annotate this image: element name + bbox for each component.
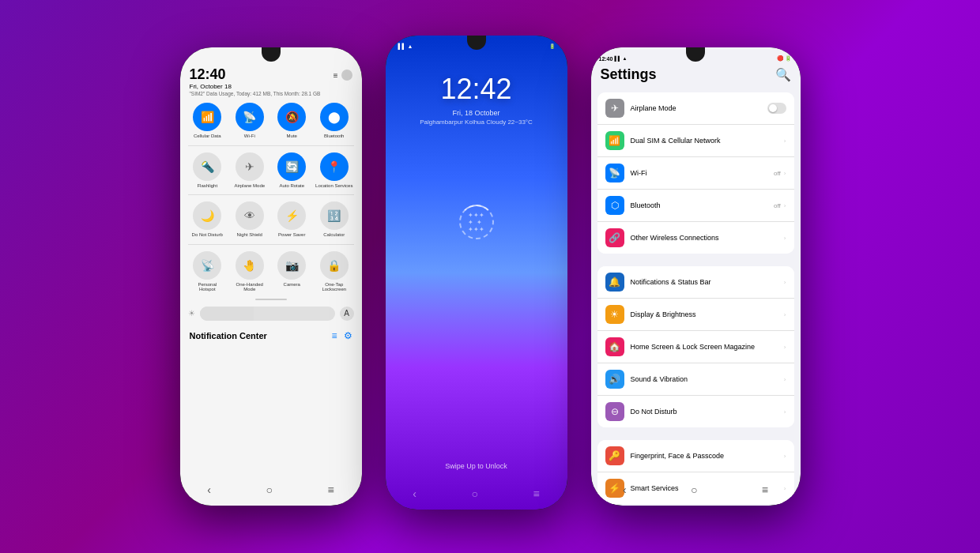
status-date: Fri, October 18 bbox=[190, 83, 352, 90]
fingerprint-area: ✦✦✦✦ ✦✦✦✦ bbox=[459, 205, 494, 239]
flashlight-label: Flashlight bbox=[197, 183, 217, 189]
location-label: Location Services bbox=[315, 183, 352, 189]
other-wireless-text: Other Wireless Connections bbox=[631, 234, 778, 242]
cc-btn-calculator[interactable]: 🔢 Calculator bbox=[315, 201, 354, 238]
camera-icon: 📷 bbox=[277, 251, 306, 280]
chevron-right-icon: › bbox=[784, 408, 786, 416]
settings-screen: 12:40 ▌▌ ▲ 🔴 🔋 Settings 🔍 ✈ Airplane Mod… bbox=[591, 47, 801, 506]
location-icon: 📍 bbox=[320, 152, 349, 181]
calculator-label: Calculator bbox=[323, 232, 345, 238]
list-icon[interactable]: ≡ bbox=[334, 71, 338, 80]
back-button[interactable]: ‹ bbox=[207, 483, 211, 496]
chevron-right-icon: › bbox=[784, 279, 786, 286]
notification-list-icon[interactable]: ≡ bbox=[331, 330, 337, 341]
chevron-right-icon: › bbox=[784, 170, 786, 177]
bottom-navigation: ‹ ○ ≡ bbox=[386, 478, 567, 510]
camera-label: Camera bbox=[284, 282, 300, 288]
cc-btn-powersaver[interactable]: ⚡ Power Saver bbox=[273, 201, 312, 238]
settings-item-display[interactable]: ☀ Display & Brightness › bbox=[597, 299, 794, 331]
signal-indicators: ▌▌ ▲ bbox=[398, 43, 413, 49]
airplane-mode-icon: ✈ bbox=[605, 99, 624, 118]
recents-button[interactable]: ≡ bbox=[328, 483, 334, 496]
settings-item-fingerprint[interactable]: 🔑 Fingerprint, Face & Passcode › bbox=[597, 440, 794, 472]
cc-btn-onehanded[interactable]: 🤚 One-HandedMode bbox=[230, 251, 270, 292]
quick-toggle-grid-row4: 📡 PersonalHotspot 🤚 One-HandedMode 📷 Cam… bbox=[180, 246, 362, 297]
airplane-mode-label: Airplane Mode bbox=[631, 104, 761, 112]
brightness-control: ☀ A bbox=[180, 302, 362, 325]
cc-btn-cellular[interactable]: 📶 Cellular Data bbox=[188, 103, 228, 139]
wifi-signal: ▲ bbox=[407, 43, 413, 49]
cc-btn-hotspot[interactable]: 📡 PersonalHotspot bbox=[188, 251, 228, 292]
other-wireless-chevron: › bbox=[784, 235, 786, 242]
chevron-right-icon: › bbox=[784, 376, 786, 383]
cc-btn-mute[interactable]: 🔕 Mute bbox=[273, 103, 312, 139]
notifications-chevron: › bbox=[784, 279, 786, 286]
settings-section-network: ✈ Airplane Mode 📶 Dual SIM & Cellular Ne… bbox=[597, 92, 794, 254]
chevron-right-icon: › bbox=[784, 344, 786, 351]
record-icon[interactable] bbox=[341, 70, 352, 81]
autorotate-icon: 🔄 bbox=[277, 152, 306, 181]
settings-item-other-wireless[interactable]: 🔗 Other Wireless Connections › bbox=[597, 222, 794, 254]
settings-item-cellular[interactable]: 📶 Dual SIM & Cellular Network › bbox=[597, 125, 794, 157]
lock-screen: ▌▌ ▲ 🔋 12:42 Fri, 18 October Palghambarp… bbox=[386, 36, 567, 510]
settings-divider2 bbox=[591, 431, 801, 437]
quick-toggle-grid-row1: 📶 Cellular Data 📡 Wi-Fi 🔕 Mute ⬤ Bluetoo… bbox=[180, 98, 362, 144]
cellular-icon: 📶 bbox=[605, 131, 624, 150]
display-label: Display & Brightness bbox=[631, 310, 778, 318]
cc-btn-dnd[interactable]: 🌙 Do Not Disturb bbox=[188, 201, 228, 238]
notification-settings-icon[interactable]: ⚙ bbox=[344, 330, 352, 341]
cc-btn-camera[interactable]: 📷 Camera bbox=[273, 251, 312, 292]
cc-btn-lockscreen[interactable]: 🔒 One-TapLockscreen bbox=[315, 251, 354, 292]
cc-btn-wifi[interactable]: 📡 Wi-Fi bbox=[230, 103, 270, 139]
chevron-right-icon: › bbox=[784, 137, 786, 145]
home-button[interactable]: ○ bbox=[266, 483, 273, 496]
sound-label: Sound & Vibration bbox=[631, 375, 778, 383]
auto-brightness-btn[interactable]: A bbox=[340, 307, 354, 321]
dnd-label: Do Not Disturb bbox=[192, 232, 223, 238]
wifi-settings-icon: 📡 bbox=[605, 164, 624, 182]
toggle-off[interactable] bbox=[767, 103, 786, 114]
cc-btn-autorotate[interactable]: 🔄 Auto Rotate bbox=[273, 152, 312, 189]
notification-center-header: Notification Center ≡ ⚙ bbox=[180, 325, 362, 346]
battery-level: 🔋 bbox=[549, 43, 555, 49]
recents-button[interactable]: ≡ bbox=[762, 483, 768, 496]
powersaver-icon: ⚡ bbox=[277, 201, 306, 230]
battery-display: 🔴 🔋 bbox=[777, 55, 793, 62]
time-display: 12:40 bbox=[599, 56, 613, 62]
settings-item-bluetooth[interactable]: ⬡ Bluetooth off › bbox=[597, 190, 794, 222]
home-button[interactable]: ○ bbox=[691, 483, 697, 496]
flashlight-icon: 🔦 bbox=[193, 152, 221, 181]
back-button[interactable]: ‹ bbox=[623, 483, 627, 496]
settings-item-sound[interactable]: 🔊 Sound & Vibration › bbox=[597, 363, 794, 396]
signal-status: 12:40 ▌▌ ▲ bbox=[599, 56, 628, 62]
weather-condition: Cloudy 22~33°C bbox=[486, 118, 533, 126]
brightness-slider[interactable] bbox=[200, 307, 335, 321]
cc-btn-flashlight[interactable]: 🔦 Flashlight bbox=[188, 152, 228, 189]
cc-btn-location[interactable]: 📍 Location Services bbox=[315, 152, 354, 189]
wifi-label: Wi-Fi bbox=[631, 169, 768, 177]
back-button[interactable]: ‹ bbox=[413, 487, 416, 500]
settings-item-airplane[interactable]: ✈ Airplane Mode bbox=[597, 92, 794, 125]
hotspot-icon: 📡 bbox=[193, 251, 221, 280]
sound-text: Sound & Vibration bbox=[631, 375, 778, 383]
cc-btn-bluetooth[interactable]: ⬤ Bluetooth bbox=[315, 103, 354, 139]
settings-item-dnd[interactable]: ⊖ Do Not Disturb › bbox=[597, 396, 794, 427]
settings-item-notifications[interactable]: 🔔 Notifications & Status Bar › bbox=[597, 266, 794, 299]
control-center-screen: 12:40 Fri, October 18 "SIM2" Data Usage,… bbox=[180, 47, 362, 506]
cc-btn-nightshield[interactable]: 👁 Night Shield bbox=[230, 201, 270, 238]
lock-time: 12:42 bbox=[440, 73, 511, 106]
recents-button[interactable]: ≡ bbox=[533, 487, 540, 500]
other-wireless-icon: 🔗 bbox=[605, 228, 624, 247]
dnd-icon: 🌙 bbox=[193, 201, 221, 230]
lockscreen-label: One-TapLockscreen bbox=[322, 282, 346, 292]
cc-btn-airplane[interactable]: ✈ Airplane Mode bbox=[230, 152, 270, 189]
phone-control-center: 12:40 Fri, October 18 "SIM2" Data Usage,… bbox=[180, 47, 362, 506]
sound-icon: 🔊 bbox=[605, 370, 624, 389]
settings-item-homescreen[interactable]: 🏠 Home Screen & Lock Screen Magazine › bbox=[597, 331, 794, 363]
airplane-label: Airplane Mode bbox=[234, 183, 265, 189]
search-icon[interactable]: 🔍 bbox=[775, 67, 791, 82]
bluetooth-text: Bluetooth bbox=[631, 201, 768, 209]
home-button[interactable]: ○ bbox=[472, 487, 478, 500]
powersaver-label: Power Saver bbox=[278, 232, 305, 238]
settings-item-wifi[interactable]: 📡 Wi-Fi off › bbox=[597, 157, 794, 190]
